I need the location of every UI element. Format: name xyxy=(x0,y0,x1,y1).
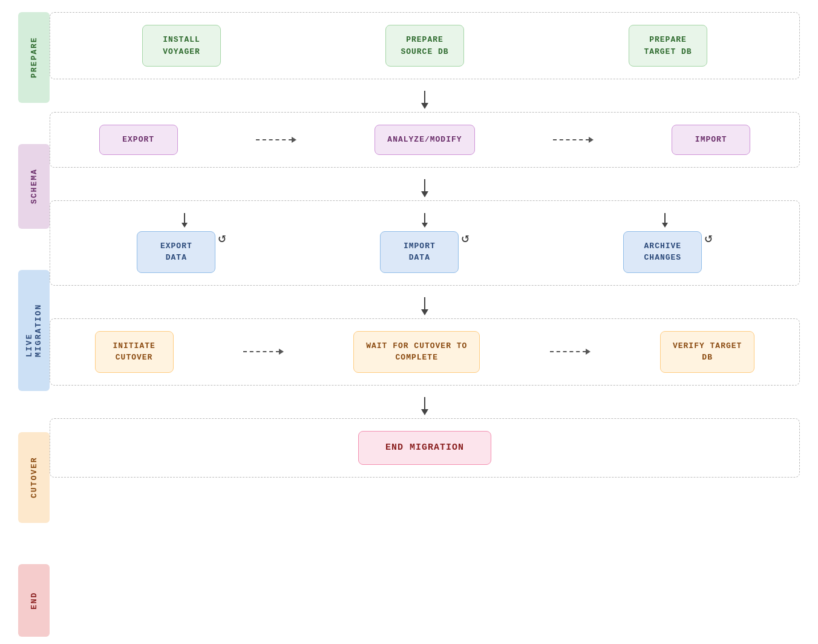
dashed-arrow-analyze-import xyxy=(553,137,594,143)
label-live-migration: LIVEMIGRATION xyxy=(18,270,50,391)
arrow-prepare-to-schema xyxy=(50,88,800,112)
arrow-down-1 xyxy=(421,91,428,109)
schema-nodes: EXPORT ANALYZE/MODIFY IMPORT xyxy=(65,125,785,155)
node-archive-changes: ARCHIVECHANGES xyxy=(623,231,702,273)
arrow-live-to-cutover xyxy=(50,294,800,318)
dashed-line-cutover-1 xyxy=(243,351,280,352)
dashed-arrow-cutover-1 xyxy=(243,349,284,355)
live-node-archive-changes-wrapper: ARCHIVECHANGES ↺ xyxy=(623,231,712,273)
arrow-shaft-2 xyxy=(424,179,425,191)
live-node-import-data-wrapper: IMPORTDATA ↺ xyxy=(380,231,469,273)
dashed-line-2 xyxy=(553,139,589,140)
arrow-shaft-1 xyxy=(424,91,425,103)
top-arrow-shaft-2 xyxy=(424,213,425,223)
side-labels: PREPARE SCHEMA LIVEMIGRATION CUTOVER END xyxy=(18,12,50,637)
node-initiate-cutover: INITIATECUTOVER xyxy=(95,331,174,373)
live-nodes-row: EXPORTDATA ↺ IMPORTDATA ↺ ARCHIVECHANGES… xyxy=(65,231,785,273)
arrow-shaft-3 xyxy=(424,297,425,309)
label-cutover: CUTOVER xyxy=(18,432,50,523)
arrow-shaft-4 xyxy=(424,397,425,409)
top-arrow-shaft-3 xyxy=(664,213,666,223)
live-migration-section: EXPORTDATA ↺ IMPORTDATA ↺ ARCHIVECHANGES… xyxy=(50,200,800,286)
arrow-cutover-to-end xyxy=(50,394,800,418)
arrow-head-1 xyxy=(421,103,428,109)
top-arrow-shaft-1 xyxy=(184,213,185,223)
label-schema: SCHEMA xyxy=(18,144,50,229)
arrow-head-2 xyxy=(421,191,428,197)
loop-icon-archive-changes: ↺ xyxy=(704,230,712,246)
node-verify-target-db: VERIFY TARGETDB xyxy=(660,331,754,373)
node-install-voyager: INSTALLVOYAGER xyxy=(142,25,221,67)
node-wait-for-cutover: WAIT FOR CUTOVER TOCOMPLETE xyxy=(353,331,480,373)
top-arrow-head-2 xyxy=(422,223,428,228)
label-prepare: PREPARE xyxy=(18,12,50,103)
node-prepare-target-db: PREPARETARGET DB xyxy=(629,25,707,67)
dashed-head-cutover-1 xyxy=(279,349,284,355)
main-layout: PREPARE SCHEMA LIVEMIGRATION CUTOVER END… xyxy=(0,0,818,644)
content-area: INSTALLVOYAGER PREPARESOURCE DB PREPARET… xyxy=(50,12,800,637)
dashed-arrow-cutover-2 xyxy=(550,349,591,355)
arrow-head-4 xyxy=(421,409,428,415)
node-export: EXPORT xyxy=(99,125,178,155)
loop-icon-import-data: ↺ xyxy=(461,230,469,246)
loop-icon-export-data: ↺ xyxy=(218,230,226,246)
prepare-section: INSTALLVOYAGER PREPARESOURCE DB PREPARET… xyxy=(50,12,800,79)
dashed-head-cutover-2 xyxy=(586,349,591,355)
label-end: END xyxy=(18,564,50,637)
node-import-data: IMPORTDATA xyxy=(380,231,459,273)
arrow-schema-to-live xyxy=(50,176,800,200)
node-analyze-modify: ANALYZE/MODIFY xyxy=(375,125,474,155)
node-export-data: EXPORTDATA xyxy=(137,231,215,273)
cutover-section: INITIATECUTOVER WAIT FOR CUTOVER TOCOMPL… xyxy=(50,318,800,386)
top-arrow-head-1 xyxy=(182,223,188,228)
arrow-head-3 xyxy=(421,309,428,315)
dashed-line-1 xyxy=(256,139,292,140)
node-end-migration: END MIGRATION xyxy=(358,431,491,465)
arrow-down-2 xyxy=(421,179,428,197)
dashed-head-2 xyxy=(589,137,594,143)
live-node-export-data-wrapper: EXPORTDATA ↺ xyxy=(137,231,226,273)
dashed-line-cutover-2 xyxy=(550,351,586,352)
top-arrow-export-data xyxy=(182,213,188,228)
node-prepare-source-db: PREPARESOURCE DB xyxy=(385,25,464,67)
dashed-arrow-export-analyze xyxy=(256,137,296,143)
dashed-head-1 xyxy=(292,137,296,143)
arrow-down-4 xyxy=(421,397,428,415)
top-arrow-head-3 xyxy=(662,223,668,228)
arrow-down-3 xyxy=(421,297,428,315)
top-arrow-import-data xyxy=(422,213,428,228)
prepare-nodes: INSTALLVOYAGER PREPARESOURCE DB PREPARET… xyxy=(65,25,785,67)
top-arrow-archive-changes xyxy=(662,213,668,228)
end-section: END MIGRATION xyxy=(50,418,800,478)
schema-section: EXPORT ANALYZE/MODIFY IMPORT xyxy=(50,112,800,168)
cutover-nodes: INITIATECUTOVER WAIT FOR CUTOVER TOCOMPL… xyxy=(65,331,785,373)
node-import: IMPORT xyxy=(672,125,750,155)
